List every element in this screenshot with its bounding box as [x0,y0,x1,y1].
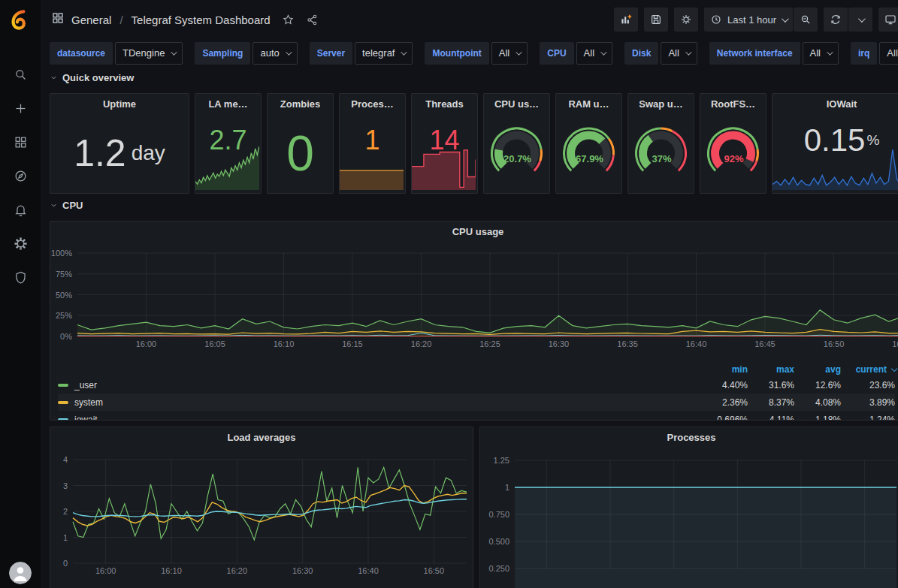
legend-series-name[interactable]: system [58,397,701,408]
variable-value-dropdown[interactable]: All [879,42,898,65]
panel-swap-used-gauge: Swap u… 37% [627,93,694,194]
panel-title[interactable]: RootFS… [700,94,766,113]
sidebar-item-server-admin[interactable] [12,269,29,285]
sidebar-item-explore[interactable] [12,167,29,184]
variable-network-interface: Network interfaceAll [709,42,839,65]
legend-min-value: 0.696% [701,415,748,421]
variable-value-dropdown[interactable]: All [491,42,528,65]
chevron-down-icon [782,15,789,23]
panel-zombies: Zombies 0 [267,93,334,194]
panel-cpu-used-gauge: CPU us… 20.7% [483,93,550,194]
legend-header: minmaxavgcurrent [58,363,895,376]
dashboards-grid-icon [14,135,28,149]
sidebar-item-create[interactable] [12,100,29,116]
panel-title[interactable]: Swap u… [628,94,694,113]
sidebar-item-search[interactable] [12,66,29,83]
series-label: iowait [74,415,98,421]
search-icon [14,68,28,82]
dashboard-settings-button[interactable] [674,8,698,32]
variable-value-dropdown[interactable]: telegraf [355,42,413,65]
sidebar-item-configuration[interactable] [12,235,29,252]
variable-value-dropdown[interactable]: All [803,42,839,65]
panel-title[interactable]: Uptime [50,94,189,113]
legend-sort-min[interactable]: min [701,364,748,375]
legend-sort-current[interactable]: current [841,364,895,375]
zoom-out-time-button[interactable] [794,8,818,32]
svg-text:75%: 75% [56,270,72,279]
legend-current-value: 3.89% [841,397,895,408]
panel-uptime: Uptime 1.2 day [50,93,189,194]
panel-title[interactable]: Load averages [50,427,473,447]
chevron-down-icon [600,49,606,55]
panel-processes: Processes 1.2510.7500.5000.250 [479,427,898,588]
panel-threads: Threads 14 [411,93,478,194]
top-navbar: General / Telegraf System Dashboard [41,0,898,39]
legend-series-name[interactable]: iowait [58,415,701,421]
svg-text:16:05: 16:05 [204,339,225,348]
variable-label: Mountpoint [425,42,488,65]
stat-value: 1 [340,113,405,167]
legend-sort-max[interactable]: max [748,364,794,375]
save-dashboard-button[interactable] [644,8,668,32]
gear-icon [680,14,692,26]
panel-title[interactable]: Proces… [340,94,405,113]
variable-mountpoint: MountpointAll [425,42,528,65]
svg-text:16:15: 16:15 [342,339,363,348]
svg-text:1: 1 [63,533,68,542]
panel-title[interactable]: LA me… [195,94,261,113]
gear-icon [14,237,28,251]
refresh-button[interactable] [824,8,848,32]
share-dashboard-button[interactable] [306,14,319,26]
variable-value-dropdown[interactable]: All [661,42,697,65]
time-range-picker[interactable]: Last 1 hour [704,8,793,32]
svg-text:20.7%: 20.7% [503,153,531,164]
variable-irq: irqAll [851,42,898,65]
cycle-view-mode-button[interactable] [878,8,898,32]
variable-value-dropdown[interactable]: auto [252,42,297,65]
share-icon [306,14,319,26]
stat-value: 0 [268,113,333,193]
panel-title[interactable]: RAM u… [556,94,621,113]
chevron-down-icon [50,201,58,210]
variable-value-dropdown[interactable]: TDengine [115,42,183,65]
add-panel-button[interactable] [614,8,638,32]
section-title: Quick overview [62,72,134,83]
svg-text:16:10: 16:10 [161,566,182,575]
svg-text:1: 1 [505,483,509,492]
panel-title[interactable]: CPU us… [484,94,549,113]
panel-title[interactable]: Threads [412,94,477,113]
breadcrumb-dashboard-title[interactable]: Telegraf System Dashboard [132,14,271,26]
series-label: _user [74,380,97,390]
legend-row: iowait0.696%4.11%1.18%1.24% [58,411,895,421]
sidebar-item-dashboards[interactable] [12,134,29,150]
svg-text:16:00: 16:00 [95,566,116,575]
variable-value-dropdown[interactable]: All [576,42,612,65]
svg-text:37%: 37% [652,153,671,164]
shield-icon [14,270,28,285]
section-quick-overview[interactable]: Quick overview [50,72,134,83]
panel-title[interactable]: CPU usage [50,222,898,241]
section-cpu[interactable]: CPU [50,200,83,211]
svg-text:2: 2 [63,507,68,516]
user-avatar[interactable] [9,562,32,584]
svg-text:50%: 50% [56,291,72,300]
breadcrumb-folder[interactable]: General [71,14,111,26]
compass-icon [14,169,28,183]
legend-series-name[interactable]: _user [58,380,701,390]
panel-title[interactable]: IOWait [773,94,898,113]
svg-text:25%: 25% [56,311,72,320]
svg-text:92%: 92% [724,153,743,164]
legend-sort-avg[interactable]: avg [794,364,841,375]
panel-title[interactable]: Processes [480,427,898,447]
sidebar-item-alerting[interactable] [12,201,29,218]
svg-text:16:50: 16:50 [424,566,445,575]
svg-text:3: 3 [63,481,68,490]
panel-title[interactable]: Zombies [268,94,333,113]
refresh-icon [830,14,842,26]
refresh-interval-dropdown[interactable] [848,8,872,32]
grafana-logo[interactable] [0,0,41,39]
star-dashboard-button[interactable] [282,14,295,26]
variable-server: Servertelegraf [310,42,413,65]
time-controls: Last 1 hour [704,8,818,32]
svg-text:16:20: 16:20 [227,566,248,575]
